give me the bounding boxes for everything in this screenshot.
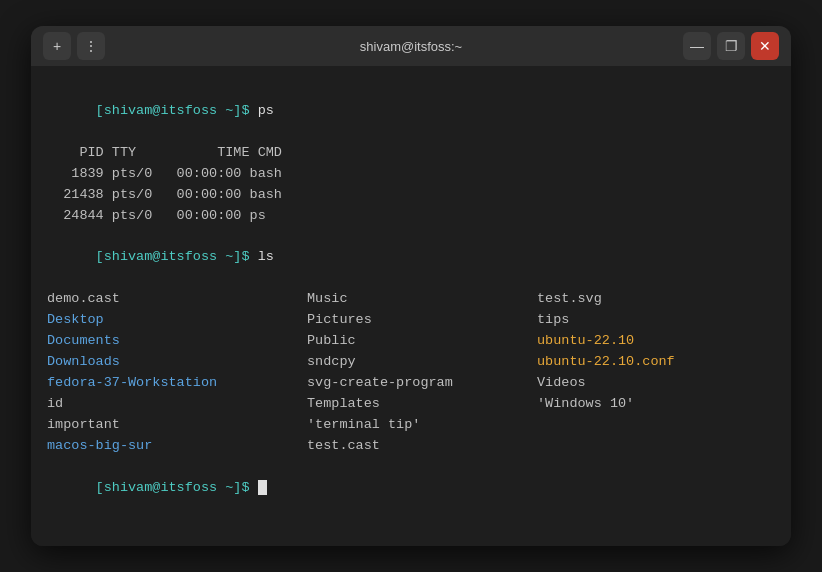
titlebar-title: shivam@itsfoss:~ (360, 39, 462, 54)
ls-c2-r1: Music (307, 289, 537, 310)
ls-c2-r3: Public (307, 331, 537, 352)
close-button[interactable]: ✕ (751, 32, 779, 60)
ps-header: PID TTY TIME CMD (47, 143, 775, 164)
ls-c2-r8: test.cast (307, 436, 537, 457)
prompt-3: [shivam@itsfoss ~]$ (96, 480, 258, 495)
cursor (258, 480, 267, 495)
ls-c1-r7: important (47, 415, 307, 436)
titlebar-left: + ⋮ (43, 32, 105, 60)
ls-c1-r3: Documents (47, 331, 307, 352)
ls-c3-r2: tips (537, 310, 775, 331)
titlebar-actions: — ❐ ✕ (683, 32, 779, 60)
cmd-ps: ps (258, 103, 274, 118)
maximize-button[interactable]: ❐ (717, 32, 745, 60)
prompt-2: [shivam@itsfoss ~]$ (96, 249, 258, 264)
ls-c3-r3: ubuntu-22.10 (537, 331, 775, 352)
titlebar: + ⋮ shivam@itsfoss:~ — ❐ ✕ (31, 26, 791, 66)
ls-c2-r7: 'terminal tip' (307, 415, 537, 436)
add-tab-button[interactable]: + (43, 32, 71, 60)
ls-c3-r4: ubuntu-22.10.conf (537, 352, 775, 373)
ls-c3-r1: test.svg (537, 289, 775, 310)
ls-c1-r2: Desktop (47, 310, 307, 331)
ls-c3-r7 (537, 415, 775, 436)
final-prompt-line: [shivam@itsfoss ~]$ (47, 457, 775, 520)
cmd-ls: ls (258, 249, 274, 264)
ls-c3-r6: 'Windows 10' (537, 394, 775, 415)
ps-prompt-line: [shivam@itsfoss ~]$ ps (47, 80, 775, 143)
ls-c1-r6: id (47, 394, 307, 415)
menu-button[interactable]: ⋮ (77, 32, 105, 60)
ls-c1-r1: demo.cast (47, 289, 307, 310)
terminal-body[interactable]: [shivam@itsfoss ~]$ ps PID TTY TIME CMD … (31, 66, 791, 546)
ps-row-3: 24844 pts/0 00:00:00 ps (47, 206, 775, 227)
ls-c2-r6: Templates (307, 394, 537, 415)
ls-prompt-line: [shivam@itsfoss ~]$ ls (47, 226, 775, 289)
ls-c1-r5: fedora-37-Workstation (47, 373, 307, 394)
ps-row-1: 1839 pts/0 00:00:00 bash (47, 164, 775, 185)
minimize-button[interactable]: — (683, 32, 711, 60)
ls-c2-r2: Pictures (307, 310, 537, 331)
ls-c3-r8 (537, 436, 775, 457)
ls-c2-r5: svg-create-program (307, 373, 537, 394)
prompt-1: [shivam@itsfoss ~]$ (96, 103, 258, 118)
ls-c3-r5: Videos (537, 373, 775, 394)
ls-c1-r4: Downloads (47, 352, 307, 373)
ps-row-2: 21438 pts/0 00:00:00 bash (47, 185, 775, 206)
ls-c2-r4: sndcpy (307, 352, 537, 373)
ls-c1-r8: macos-big-sur (47, 436, 307, 457)
terminal-window: + ⋮ shivam@itsfoss:~ — ❐ ✕ [shivam@itsfo… (31, 26, 791, 546)
ls-output: demo.cast Music test.svg Desktop Picture… (47, 289, 775, 456)
